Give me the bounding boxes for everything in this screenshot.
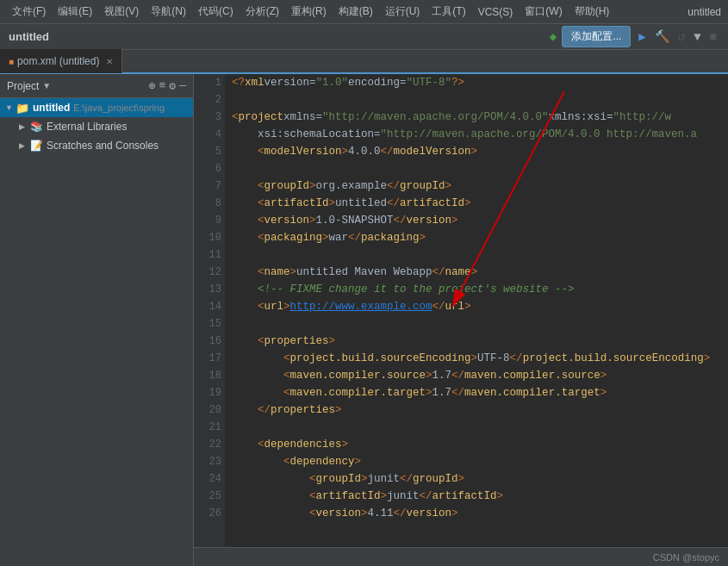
xml-t-12c: name <box>445 264 471 281</box>
xml-tx-4: xsi:schemaLocation= <box>232 126 381 143</box>
editor-content[interactable]: 1 2 3 4 5 6 7 8 9 10 11 12 13 14 15 16 1… <box>194 74 728 557</box>
menu-window[interactable]: 窗口(W) <box>520 3 567 21</box>
editor-tab[interactable]: ■ pom.xml (untitled) ✕ <box>0 49 122 73</box>
xml-t-19c: maven.compiler.target <box>464 384 600 401</box>
xml-b-25c: </ <box>420 488 432 505</box>
xml-t-17c: project.build.sourceEncoding <box>523 350 704 367</box>
line-num-24: 24 <box>197 470 221 488</box>
menu-build[interactable]: 构建(B) <box>333 3 378 21</box>
xml-file-icon: ■ <box>9 57 14 66</box>
xml-t-26: version <box>316 505 362 522</box>
line-num-22: 22 <box>197 436 221 453</box>
xml-tx-25: junit <box>387 488 420 505</box>
arrow-down-icon: ▼ <box>5 103 16 112</box>
stop-icon[interactable]: ■ <box>707 28 719 46</box>
menu-edit[interactable]: 编辑(E) <box>53 3 97 21</box>
run-icon[interactable]: ▶ <box>636 28 648 46</box>
xml-b-9b: > <box>309 212 316 229</box>
sidebar-minimize-icon[interactable]: — <box>179 79 186 92</box>
xml-b-7b: > <box>309 177 316 195</box>
code-line-2 <box>232 91 721 109</box>
menu-view[interactable]: 视图(V) <box>99 3 144 21</box>
xml-tx-9a <box>232 212 258 229</box>
scratch-icon: 📝 <box>29 139 43 152</box>
sidebar-item-untitled[interactable]: ▼ 📁 untitled E:\java_project\spring <box>0 98 193 117</box>
build-icon[interactable]: 🔨 <box>652 28 672 46</box>
menu-navigate[interactable]: 导航(N) <box>146 3 191 21</box>
menu-analyze[interactable]: 分析(Z) <box>240 3 284 21</box>
xml-b-25d: > <box>497 488 504 505</box>
sidebar-item-external-libraries[interactable]: ▶ 📚 External Libraries <box>0 117 193 136</box>
xml-tx-23a <box>232 453 283 470</box>
menu-vcs[interactable]: VCS(S) <box>473 4 519 20</box>
xml-t-26c: version <box>407 505 452 522</box>
sidebar-settings-icon[interactable]: ⚙ <box>169 79 176 93</box>
line-num-25: 25 <box>197 488 221 505</box>
code-line-26: <version>4.11</version> <box>232 505 721 522</box>
code-line-10: <packaging>war</packaging> <box>232 229 721 246</box>
xml-t-23: dependency <box>290 453 355 470</box>
line-numbers: 1 2 3 4 5 6 7 8 9 10 11 12 13 14 15 16 1… <box>194 74 225 557</box>
xml-b-3a: < <box>232 109 239 126</box>
xml-b-7a: < <box>258 177 264 195</box>
code-line-6 <box>232 160 721 177</box>
xml-bracket-1b: ?> <box>451 74 464 91</box>
xml-b-19c: </ <box>451 384 464 401</box>
arrow-right-icon2: ▶ <box>19 141 29 150</box>
xml-tx-19: 1.7 <box>432 384 452 401</box>
menu-code[interactable]: 代码(C) <box>193 3 239 21</box>
xml-tx-26a <box>232 505 309 522</box>
dropdown-icon[interactable]: ▼ <box>691 28 703 46</box>
xml-b-14c: </ <box>432 298 445 315</box>
xml-b-12b: > <box>290 264 297 281</box>
code-line-14: <url>http://www.example.com</url> <box>232 298 721 315</box>
xml-t-14: url <box>264 298 284 315</box>
xml-b-17a: < <box>283 350 290 367</box>
line-num-21: 21 <box>197 419 221 436</box>
sidebar-header: Project ▼ ⊕ ≡ ⚙ — <box>0 74 193 98</box>
xml-tx-18: 1.7 <box>432 367 452 384</box>
line-num-8: 8 <box>197 195 221 212</box>
xml-tx-12a <box>232 264 258 281</box>
xml-b-20a: </ <box>258 401 271 419</box>
xml-b-12c: </ <box>432 264 445 281</box>
sidebar-add-icon[interactable]: ⊕ <box>149 79 156 93</box>
menu-refactor[interactable]: 重构(R) <box>286 3 332 21</box>
menu-help[interactable]: 帮助(H) <box>569 3 615 21</box>
xml-b-26d: > <box>451 505 458 522</box>
sidebar-layout-icon[interactable]: ≡ <box>159 79 166 92</box>
xml-b-5d: > <box>471 143 478 160</box>
xml-b-5c: </ <box>381 143 394 160</box>
xml-s-3: "http://maven.apache.org/POM/4.0.0" <box>322 109 549 126</box>
xml-b-24a: < <box>309 470 316 488</box>
code-line-22: <dependencies> <box>232 436 721 453</box>
xml-b-18a: < <box>283 367 290 384</box>
xml-tx-14a <box>232 298 258 315</box>
xml-tx-10: war <box>329 229 349 246</box>
menu-file[interactable]: 文件(F) <box>7 3 51 21</box>
menu-tools[interactable]: 工具(T) <box>426 3 470 21</box>
menu-run[interactable]: 运行(U) <box>380 3 426 21</box>
folder-icon: 📁 <box>16 101 29 115</box>
tab-close-button[interactable]: ✕ <box>106 57 113 66</box>
sidebar-item-scratches[interactable]: ▶ 📝 Scratches and Consoles <box>0 136 193 155</box>
tabbar: ■ pom.xml (untitled) ✕ <box>0 50 728 74</box>
code-area[interactable]: <?xml version="1.0" encoding="UTF-8"?> ▽… <box>225 74 728 557</box>
code-line-17: <project.build.sourceEncoding>UTF-8</pro… <box>232 350 721 367</box>
xml-b-8c: </ <box>387 195 400 212</box>
xml-tx-24: junit <box>368 470 401 488</box>
sidebar-chevron-icon[interactable]: ▼ <box>42 81 51 90</box>
reload-icon[interactable]: ↺ <box>675 28 688 46</box>
code-line-13: <!-- FIXME change it to the project's we… <box>232 281 721 298</box>
xml-t-8c: artifactId <box>400 195 464 212</box>
xml-tx-9: 1.0-SNAPSHOT <box>316 212 394 229</box>
add-config-button[interactable]: 添加配置... <box>562 26 631 47</box>
xml-b-8b: > <box>329 195 336 212</box>
xml-b-14b: > <box>283 298 290 315</box>
xml-s-3b: "http://w <box>613 109 672 126</box>
xml-b-10c: </ <box>348 229 361 246</box>
xml-b-9c: </ <box>394 212 407 229</box>
xml-tx-7: org.example <box>316 177 388 195</box>
xml-b-19d: > <box>600 384 607 401</box>
library-icon: 📚 <box>29 120 43 134</box>
